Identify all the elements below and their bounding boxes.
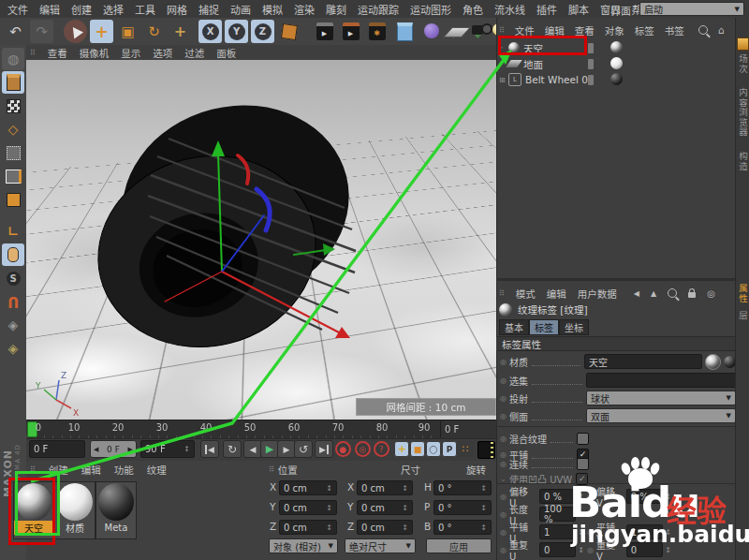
vp-menu-view[interactable]: 查看 — [48, 46, 67, 60]
material-value-field[interactable]: 天空 — [584, 354, 702, 369]
tile-v-field[interactable]: 1 — [626, 524, 664, 539]
vp-menu-options[interactable]: 选项 — [153, 46, 172, 60]
material-item-default[interactable]: 材质 — [54, 481, 95, 539]
mix-checkbox[interactable] — [577, 433, 589, 445]
menu-plugins[interactable]: 插件 — [536, 2, 557, 17]
object-name-belt-wheel[interactable]: Belt Wheel 01 — [525, 74, 595, 85]
history-back-icon[interactable]: ◀ — [634, 289, 639, 298]
material-item-meta[interactable]: Meta — [95, 481, 137, 539]
takes-tab-icon[interactable] — [737, 37, 749, 51]
menu-sculpt[interactable]: 雕刻 — [326, 2, 346, 17]
autokey-button[interactable]: ◎ — [355, 441, 371, 457]
tile-u-field[interactable]: 1 — [539, 524, 576, 539]
tab-content-browser[interactable]: 内容浏览器 — [736, 88, 749, 138]
record-position-toggle[interactable]: + — [394, 441, 409, 457]
model-mode-button[interactable] — [2, 71, 24, 94]
move-tool-button[interactable]: + — [90, 20, 113, 43]
mat-menu-function[interactable]: 功能 — [114, 463, 134, 477]
mat-menu-create[interactable]: 创建 — [49, 463, 68, 477]
parent-up-icon[interactable]: ▲ — [651, 289, 656, 298]
menu-create[interactable]: 创建 — [71, 2, 92, 17]
menu-motion-tracker[interactable]: 运动跟踪 — [358, 2, 399, 17]
attr-menu-mode[interactable]: 模式 — [516, 287, 536, 301]
goto-end-button[interactable]: ▶ — [315, 440, 333, 458]
home-icon[interactable]: ⌂ — [718, 24, 725, 37]
motion-clip-button[interactable] — [477, 441, 495, 459]
om-menu-object[interactable]: 对象 — [605, 23, 624, 37]
search-icon[interactable] — [698, 25, 708, 35]
render-settings-button[interactable]: ✱ — [365, 20, 389, 43]
spin-arrows-icon[interactable]: ↕ — [184, 445, 190, 453]
viewport-canvas[interactable]: Z Y X 网格间距 : 10 cm — [26, 60, 496, 420]
om-menu-view[interactable]: 查看 — [575, 23, 595, 37]
om-menu-file[interactable]: 文件 — [515, 23, 535, 37]
menu-script[interactable]: 脚本 — [568, 2, 589, 17]
rot-b-field[interactable]: 0 °↕ — [433, 520, 492, 535]
redo-button[interactable]: ↷ — [30, 20, 53, 43]
record-rotation-toggle[interactable]: ○ — [426, 441, 441, 457]
next-frame-button[interactable]: ▶ — [277, 440, 296, 458]
last-tool-button[interactable]: + — [169, 20, 192, 43]
menu-character[interactable]: 角色 — [463, 2, 483, 17]
goto-start-button[interactable]: ◀ — [200, 440, 219, 458]
viewport-solo-button[interactable] — [2, 243, 24, 266]
sky-visibility-dots[interactable] — [588, 43, 594, 53]
menu-snap[interactable]: 捕捉 — [198, 2, 219, 17]
belt-texture-tag-icon[interactable] — [610, 73, 623, 85]
menu-file[interactable]: 文件 — [7, 2, 28, 17]
menu-pipeline[interactable]: 流水线 — [494, 2, 525, 17]
lock-z-button[interactable]: Z — [251, 20, 274, 43]
anim-dot-icon[interactable]: ◎ — [500, 358, 509, 366]
record-parameter-toggle[interactable]: P — [442, 441, 457, 457]
workplane-lock-button[interactable]: ◈ — [2, 337, 24, 360]
anim-dot-icon[interactable]: ◎ — [500, 460, 509, 468]
camera-button[interactable] — [472, 23, 489, 37]
range-end-field[interactable]: 90 F↕ — [140, 440, 195, 458]
om-menu-edit[interactable]: 编辑 — [545, 23, 565, 37]
size-z-field[interactable]: 0 cm↕ — [357, 520, 413, 535]
edges-mode-button[interactable] — [2, 165, 24, 187]
workplane-snap-button[interactable]: ◈ — [2, 314, 24, 336]
offset-v-field[interactable]: 0 % — [626, 489, 664, 504]
apply-button[interactable]: 应用 — [426, 538, 492, 553]
rot-h-field[interactable]: 0 °↕ — [433, 480, 492, 495]
rotate-tool-button[interactable]: ↻ — [142, 20, 166, 43]
points-mode-button[interactable] — [2, 141, 24, 164]
lock-icon[interactable] — [688, 292, 696, 298]
pos-x-field[interactable]: 0 cm↕ — [279, 480, 337, 495]
tab-attributes[interactable]: 属性 — [736, 284, 749, 303]
render-settings-quick-button[interactable]: ▶ — [339, 20, 362, 43]
belt-wheel-model[interactable]: Z Y X — [26, 60, 496, 420]
size-mode-dropdown[interactable]: 绝对尺寸▼ — [345, 538, 416, 553]
offset-u-field[interactable]: 0 % — [539, 489, 576, 504]
tab-tag[interactable]: 标签 — [529, 319, 559, 335]
interface-dropdown[interactable]: 启动 ▼ — [639, 2, 744, 16]
spinner-right-icon[interactable]: ▶ — [128, 446, 133, 453]
lock-x-button[interactable]: X — [198, 20, 222, 43]
floor-visibility-dots[interactable] — [588, 59, 594, 69]
material-thumb-icon[interactable] — [705, 354, 721, 370]
play-backwards-loop-button[interactable]: ↻ — [223, 440, 242, 458]
mat-menu-texture[interactable]: 纹理 — [147, 463, 167, 477]
record-pla-toggle[interactable]: ∷ — [458, 441, 473, 457]
object-name-sky[interactable]: 天空 — [523, 41, 543, 55]
vp-menu-panel[interactable]: 面板 — [216, 46, 236, 60]
anim-dot-icon[interactable]: ◎ — [500, 376, 509, 385]
current-frame-field[interactable]: 0 F — [29, 440, 85, 458]
attr-menu-userdata[interactable]: 用户数据 — [578, 287, 617, 301]
vp-menu-display[interactable]: 显示 — [121, 46, 140, 60]
axis-mode-button[interactable]: ∟ — [2, 220, 24, 243]
anim-dot-icon[interactable]: ◎ — [500, 394, 509, 403]
side-dropdown[interactable]: 双面▼ — [586, 408, 736, 423]
pos-y-field[interactable]: 0 cm↕ — [279, 500, 337, 515]
menu-select[interactable]: 选择 — [103, 2, 124, 17]
rot-p-field[interactable]: 0 °↕ — [433, 500, 492, 515]
search-icon[interactable] — [668, 288, 677, 298]
previous-frame-button[interactable]: ◀ — [243, 440, 262, 458]
snap-button[interactable]: S — [2, 267, 24, 289]
menu-simulate[interactable]: 模拟 — [262, 2, 283, 17]
texture-mode-button[interactable] — [2, 95, 24, 117]
object-mode-dropdown[interactable]: 对象 (相对)▼ — [269, 538, 338, 553]
projection-dropdown[interactable]: 球状▼ — [586, 391, 736, 405]
undo-button[interactable]: ↶ — [4, 20, 27, 43]
